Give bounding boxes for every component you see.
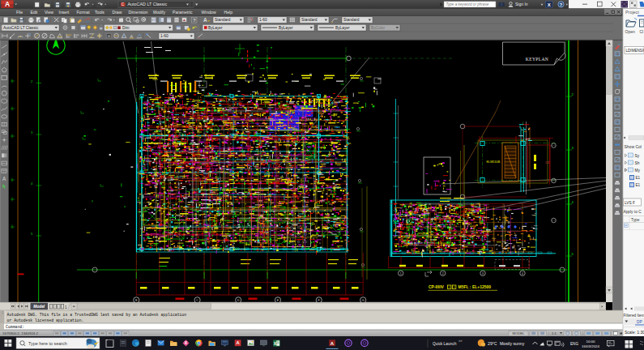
svg-text:Project: Project (625, 10, 639, 15)
svg-text:Standard: Standard (215, 18, 231, 22)
svg-text:10:00: 10:00 (586, 339, 596, 344)
svg-text:CP-III/IV: CP-III/IV (429, 284, 445, 289)
svg-text:A: A (203, 17, 207, 23)
svg-text:1-60: 1-60 (160, 34, 168, 38)
svg-text:D: D (237, 299, 240, 302)
svg-text:Scale: 1:30: Scale: 1:30 (625, 330, 644, 335)
svg-text:Edit: Edit (31, 10, 38, 15)
svg-text:LDIMENSIO: LDIMENSIO (626, 49, 644, 53)
svg-text:A: A (236, 340, 239, 345)
svg-text:G: G (362, 299, 365, 302)
svg-text:Dimension: Dimension (129, 10, 148, 15)
svg-text:My: My (635, 169, 641, 173)
svg-text:H: H (108, 34, 110, 38)
svg-text:Dim: Dim (122, 26, 130, 30)
svg-text:Tools: Tools (95, 10, 104, 15)
svg-text:29°C: 29°C (488, 341, 497, 346)
svg-text:Window: Window (202, 10, 216, 15)
svg-text:ELM510B: ELM510B (487, 160, 501, 164)
svg-text:E1: E1 (636, 176, 641, 180)
svg-text:Sh: Sh (635, 161, 640, 165)
svg-text:?: ? (193, 18, 196, 23)
svg-text:MODEL: MODEL (513, 331, 526, 335)
svg-text:3: 3 (482, 272, 484, 275)
svg-text:Command:: Command: (6, 325, 24, 329)
svg-text:Quick Launch: Quick Launch (433, 342, 457, 346)
svg-text:Type a keyword or phrase: Type a keyword or phrase (446, 2, 489, 6)
svg-text:or Autodesk licensed applicati: or Autodesk licensed application. (7, 318, 84, 322)
svg-text:Apply to C: Apply to C (624, 210, 642, 214)
svg-text:1: 1 (65, 305, 67, 309)
svg-text:ByLayer: ByLayer (279, 26, 293, 30)
svg-text:AutoCAD LT Classic: AutoCAD LT Classic (128, 2, 168, 6)
svg-text:File: File (16, 10, 23, 15)
svg-text:Draw: Draw (113, 10, 122, 15)
svg-text:1:1: 1:1 (552, 331, 557, 335)
svg-text:Modify: Modify (153, 10, 165, 15)
svg-text:>>: >> (458, 339, 463, 343)
svg-text:View: View (45, 10, 53, 15)
svg-text:ByLayer: ByLayer (208, 26, 223, 30)
svg-text:Model: Model (33, 305, 45, 309)
svg-text:ByLayer: ByLayer (335, 26, 350, 30)
svg-text:1: 1 (400, 272, 402, 275)
svg-text:Cl: Cl (640, 29, 644, 34)
svg-text:Type: Type (631, 218, 640, 222)
svg-text:C: C (196, 299, 198, 302)
svg-text:Autodesk DWG. This file is a: Autodesk DWG. This file is a TrustedDWG … (7, 313, 187, 317)
svg-text:Sign In: Sign In (515, 2, 528, 6)
svg-text:Sy: Sy (635, 154, 640, 158)
svg-text:M5FL : EL+12500: M5FL : EL+12500 (458, 284, 492, 289)
svg-text:Mostly sunny: Mostly sunny (500, 341, 525, 346)
svg-text:A: A (5, 0, 10, 8)
svg-text:4: 4 (522, 272, 523, 275)
svg-text:Open: Open (625, 29, 635, 34)
svg-text:ByColor: ByColor (371, 26, 385, 30)
svg-text:Help: Help (224, 10, 233, 15)
svg-text:Type here to search: Type here to search (28, 341, 67, 346)
svg-text:+: + (67, 3, 70, 8)
svg-text:X: X (548, 2, 551, 7)
svg-text:A: A (331, 341, 335, 346)
svg-text:2: 2 (442, 272, 444, 275)
svg-text:Standard: Standard (343, 18, 360, 22)
svg-text:Standard: Standard (301, 18, 318, 22)
svg-text:16/03/2024: 16/03/2024 (582, 344, 600, 348)
svg-text:KEYPLAN: KEYPLAN (526, 57, 548, 62)
svg-text:ENG: ENG (570, 342, 578, 346)
svg-text:Show Col: Show Col (625, 144, 642, 149)
svg-text:125: 125 (545, 161, 550, 164)
svg-text:A: A (2, 176, 6, 181)
svg-text:AutoCAD LT Classic: AutoCAD LT Classic (3, 26, 39, 30)
svg-text:Insert: Insert (59, 10, 70, 15)
svg-text:Format: Format (77, 10, 91, 15)
svg-text:E1: E1 (636, 183, 641, 187)
svg-text:1675900.2, 1340924.2: 1675900.2, 1340924.2 (2, 331, 39, 335)
svg-text:Filtered Item: Filtered Item (624, 314, 644, 318)
svg-text:1-60: 1-60 (259, 18, 267, 22)
svg-text:LVS F: LVS F (625, 201, 635, 205)
svg-text:Parametric: Parametric (173, 10, 193, 15)
svg-text:DP: DP (637, 320, 642, 324)
